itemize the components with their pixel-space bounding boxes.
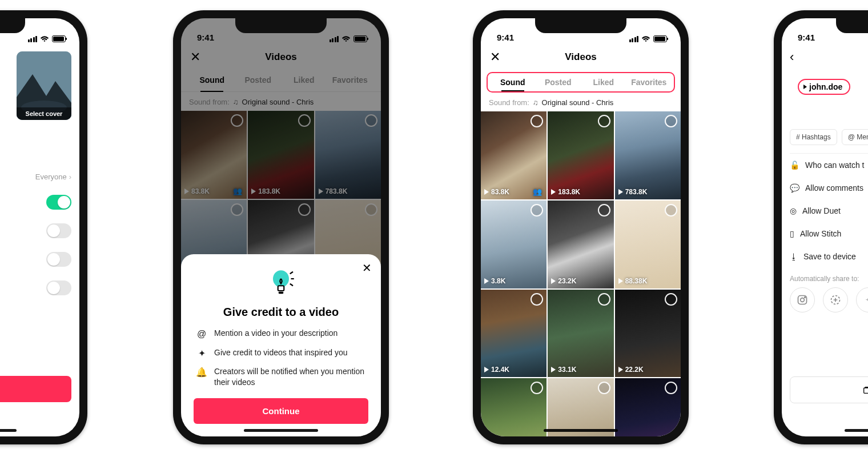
download-icon: ⭳ — [790, 252, 798, 261]
tab-posted[interactable]: Posted — [536, 73, 581, 91]
battery-icon — [52, 35, 66, 42]
phone-4-post-settings: 9:41 ‹ john.doe # Hashtags @ Ment 🔓Who c… — [774, 10, 868, 444]
video-grid: 83.8K👥183.8K783.8K3.8K23.2K88.38K12.4K33… — [481, 111, 681, 436]
wifi-icon — [40, 35, 49, 42]
lightbulb-icon — [265, 267, 297, 299]
close-button[interactable]: ✕ — [490, 50, 500, 65]
video-thumb[interactable]: 22.2K — [615, 290, 681, 378]
svg-point-11 — [805, 297, 806, 298]
bell-icon: 🔔 — [196, 366, 207, 379]
video-thumb[interactable]: 183.8K — [548, 111, 613, 199]
play-count: 183.8K — [551, 188, 580, 196]
select-circle[interactable] — [598, 382, 610, 394]
play-count: 83.8K — [484, 188, 509, 196]
svg-line-6 — [290, 272, 293, 274]
phone-2-credit-sheet: 9:41 ✕ Videos Sound Posted Liked Favorit… — [173, 10, 389, 444]
continue-button[interactable]: Continue — [194, 398, 368, 424]
drafts-icon — [862, 386, 868, 395]
select-circle[interactable] — [598, 115, 610, 127]
drafts-button[interactable]: Drafts — [790, 376, 868, 403]
video-thumb[interactable] — [548, 378, 613, 436]
comment-icon: 💬 — [790, 183, 799, 193]
play-count: 783.8K — [618, 188, 648, 196]
post-button[interactable]: Post — [0, 376, 71, 402]
duet-icon: ◎ — [790, 206, 797, 215]
page-title: Videos — [565, 51, 596, 63]
sheet-title: Give credit to a video — [194, 306, 368, 319]
tabs-highlight-annotation: Sound Posted Liked Favorites — [487, 72, 675, 93]
video-thumb[interactable]: 783.8K — [615, 111, 681, 199]
select-circle[interactable] — [531, 293, 543, 306]
play-count: 33.1K — [551, 366, 576, 374]
play-count: 22.2K — [618, 366, 644, 374]
select-circle[interactable] — [665, 204, 677, 217]
credit-sheet: ✕ Give credit to a video @Mention a vide… — [181, 254, 381, 436]
svg-rect-5 — [279, 292, 284, 294]
select-circle[interactable] — [598, 293, 610, 306]
people-icon: 👥 — [533, 187, 542, 196]
phone-1-post-screen: s, or ou Select cover eos o a video Ever… — [0, 10, 87, 444]
toggle-3[interactable] — [46, 252, 71, 267]
status-time: 9:41 — [497, 33, 514, 42]
video-thumb[interactable]: 3.8K — [481, 201, 546, 288]
video-thumb[interactable]: 83.8K👥 — [481, 111, 546, 199]
setting-duet[interactable]: ◎Allow Duet — [790, 206, 841, 215]
svg-rect-16 — [865, 387, 868, 388]
home-indicator — [244, 429, 318, 432]
video-thumb[interactable]: 88.38K — [615, 201, 681, 288]
toggle-2[interactable] — [46, 223, 71, 238]
wifi-icon — [641, 35, 650, 42]
home-indicator — [544, 429, 618, 432]
chip-hashtags[interactable]: # Hashtags — [790, 129, 837, 145]
setting-privacy[interactable]: 🔓Who can watch t — [790, 161, 865, 170]
home-indicator — [0, 429, 17, 432]
cover-picker[interactable]: Select cover — [17, 51, 71, 120]
setting-stitch[interactable]: ▯Allow Stitch — [790, 229, 841, 238]
share-other[interactable]: ✦ — [856, 287, 868, 312]
svg-point-10 — [801, 298, 805, 302]
select-circle[interactable] — [598, 204, 610, 217]
sound-from-row: Sound from: ♫ Original sound - Chris — [481, 93, 681, 111]
play-icon — [803, 85, 807, 89]
tab-favorites[interactable]: Favorites — [626, 73, 672, 91]
status-time: 9:41 — [798, 33, 815, 42]
select-circle[interactable] — [665, 115, 677, 127]
sheet-close-button[interactable]: ✕ — [362, 261, 372, 275]
video-thumb[interactable]: 33.1K — [548, 290, 613, 378]
cover-label: Select cover — [17, 107, 71, 120]
signal-icon — [629, 36, 639, 42]
phone-3-videos-grid: 9:41 ✕ Videos Sound Posted Liked Favorit… — [473, 10, 689, 444]
toggle-1[interactable] — [46, 195, 71, 210]
share-label: Automatically share to: — [790, 268, 868, 287]
tab-sound[interactable]: Sound — [490, 73, 536, 91]
privacy-value[interactable]: Everyone› — [35, 173, 71, 181]
tab-liked[interactable]: Liked — [581, 73, 626, 91]
video-thumb[interactable]: 23.2K — [548, 201, 613, 288]
caption-hint[interactable]: s, or ou — [0, 51, 11, 120]
select-circle[interactable] — [531, 204, 543, 217]
music-icon: ♫ — [533, 98, 539, 107]
lock-icon: 🔓 — [790, 161, 799, 170]
play-count: 88.38K — [618, 277, 648, 285]
toggle-4[interactable] — [46, 280, 71, 295]
setting-comments[interactable]: 💬Allow comments — [790, 183, 863, 193]
signal-icon — [28, 36, 38, 42]
play-count: 3.8K — [484, 277, 505, 285]
play-count: 23.2K — [551, 277, 576, 285]
video-thumb[interactable]: 12.4K — [481, 290, 546, 378]
chip-mentions[interactable]: @ Ment — [842, 129, 868, 145]
back-button[interactable]: ‹ — [790, 50, 794, 65]
share-instagram[interactable] — [790, 287, 815, 312]
select-circle[interactable] — [665, 293, 677, 306]
share-stories[interactable] — [823, 287, 848, 312]
home-indicator — [845, 429, 868, 432]
inspire-icon: ✦ — [196, 347, 207, 360]
mention-chip[interactable]: john.doe — [798, 79, 850, 95]
video-thumb[interactable] — [481, 378, 546, 436]
setting-save[interactable]: ⭳Save to device — [790, 252, 856, 261]
stitch-icon: ▯ — [790, 229, 794, 238]
video-thumb[interactable] — [615, 378, 681, 436]
notch — [836, 18, 868, 33]
play-count: 12.4K — [484, 366, 509, 374]
notch — [235, 18, 327, 33]
